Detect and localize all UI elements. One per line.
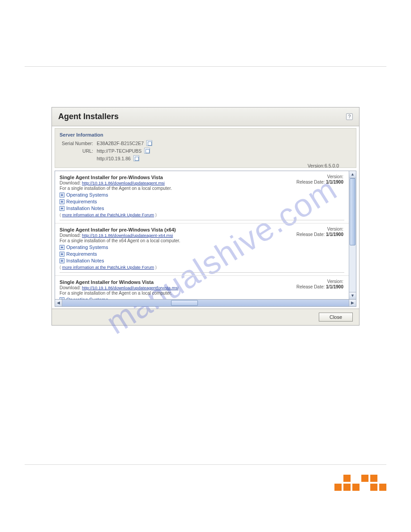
expand-label: Installation Notes xyxy=(66,206,104,211)
expand-installation-notes[interactable]: +Installation Notes xyxy=(60,258,344,263)
scroll-down-button[interactable]: ▼ xyxy=(349,292,356,299)
expand-operating-systems[interactable]: +Operating Systems xyxy=(60,192,344,197)
more-info-link[interactable]: more information at the PatchLink Update… xyxy=(62,212,154,217)
more-info: ( more information at the PatchLink Upda… xyxy=(60,212,344,217)
installer-item: Single Agent Installer for pre-Windows V… xyxy=(55,223,349,276)
scroll-up-button[interactable]: ▲ xyxy=(349,171,356,178)
installer-item: Single Agent Installer for Windows Vista… xyxy=(55,276,349,299)
copy-icon[interactable] xyxy=(144,148,150,154)
scroll-left-button[interactable]: ◀ xyxy=(55,300,62,306)
expand-label: Installation Notes xyxy=(66,258,104,263)
dialog-header: Agent Installers ? xyxy=(52,107,359,126)
plus-icon: + xyxy=(60,199,64,204)
copy-icon[interactable] xyxy=(133,155,139,161)
scroll-thumb[interactable] xyxy=(350,178,355,245)
expand-requirements[interactable]: +Requirements xyxy=(60,251,344,257)
url-value-1: http://TP-TECHPUBS xyxy=(97,148,141,154)
expand-label: Operating Systems xyxy=(66,192,108,197)
version-label: Version: xyxy=(296,227,343,232)
download-label: Download: xyxy=(60,285,81,290)
version-label: Version: xyxy=(296,174,343,180)
dialog-footer: Close xyxy=(52,309,359,325)
expand-operating-systems[interactable]: +Operating Systems xyxy=(60,297,344,299)
dialog-title: Agent Installers xyxy=(58,112,119,121)
divider xyxy=(60,220,344,220)
footer-logo xyxy=(334,475,386,491)
plus-icon: + xyxy=(60,193,64,197)
url-row-2: http://10.19.1.86 xyxy=(60,155,351,161)
expand-label: Operating Systems xyxy=(66,297,108,299)
server-version: Version:6.5.0.0 xyxy=(308,163,339,168)
installers-list: Single Agent Installer for pre-Windows V… xyxy=(55,171,349,299)
installer-item: Single Agent Installer for pre-Windows V… xyxy=(55,171,349,223)
divider-top xyxy=(25,66,386,67)
expand-installation-notes[interactable]: +Installation Notes xyxy=(60,206,344,211)
plus-icon: + xyxy=(60,258,64,263)
vertical-scrollbar[interactable]: ▲ ▼ xyxy=(349,171,356,299)
expand-operating-systems[interactable]: +Operating Systems xyxy=(60,245,344,250)
url-label: URL: xyxy=(60,148,93,154)
download-label: Download: xyxy=(60,180,81,185)
copy-icon[interactable] xyxy=(146,140,152,146)
server-information-panel: Server Information Serial Number: E38A2B… xyxy=(55,128,356,168)
release-date: 1/1/1900 xyxy=(326,232,343,237)
url-row-1: URL: http://TP-TECHPUBS xyxy=(60,148,351,154)
installer-description: For a single installation of the Agent o… xyxy=(60,291,344,296)
expand-label: Requirements xyxy=(66,199,97,204)
divider xyxy=(60,272,344,273)
help-icon[interactable]: ? xyxy=(346,113,353,120)
installer-meta: Version: Release Date: 1/1/1900 xyxy=(296,279,343,290)
download-label: Download: xyxy=(60,233,81,238)
serial-value: E38A2B2F-B215C2E7 xyxy=(97,141,144,146)
agent-installers-dialog: Agent Installers ? Server Information Se… xyxy=(51,107,360,326)
plus-icon: + xyxy=(60,206,64,211)
url-value-2: http://10.19.1.86 xyxy=(97,156,131,161)
serial-row: Serial Number: E38A2B2F-B215C2E7 xyxy=(60,140,351,146)
expand-requirements[interactable]: +Requirements xyxy=(60,199,344,204)
horizontal-scrollbar[interactable]: ◀ ▶ xyxy=(55,300,356,307)
installer-description: For a single installation of the x64 Age… xyxy=(60,238,344,243)
version-label: Version: xyxy=(296,279,343,284)
installer-description: For a single installation of the Agent o… xyxy=(60,186,344,191)
release-label: Release Date: xyxy=(296,284,325,289)
scroll-right-button[interactable]: ▶ xyxy=(349,300,356,306)
plus-icon: + xyxy=(60,297,64,300)
download-link[interactable]: http://10.19.1.86/download/updateagentfo… xyxy=(82,285,178,290)
release-label: Release Date: xyxy=(296,180,325,184)
download-link[interactable]: http://10.19.1.86/download/updateagent-x… xyxy=(82,233,173,238)
serial-label: Serial Number: xyxy=(60,141,93,146)
installer-meta: Version: Release Date: 1/1/1900 xyxy=(296,227,343,237)
version-label: Version: xyxy=(308,163,325,168)
expand-label: Operating Systems xyxy=(66,245,108,250)
installers-scroll-area: Single Agent Installer for pre-Windows V… xyxy=(55,171,356,300)
scroll-track[interactable] xyxy=(349,178,356,292)
release-date: 1/1/1900 xyxy=(326,284,343,289)
scroll-track[interactable] xyxy=(62,300,349,306)
download-link[interactable]: http://10.19.1.86/download/updateagent.m… xyxy=(82,180,165,185)
version-value: 6.5.0.0 xyxy=(325,163,339,168)
scroll-thumb[interactable] xyxy=(171,300,198,306)
plus-icon: + xyxy=(60,245,64,250)
more-info-link[interactable]: more information at the PatchLink Update… xyxy=(62,265,154,270)
installer-meta: Version: Release Date: 1/1/1900 xyxy=(296,174,343,185)
plus-icon: + xyxy=(60,252,64,257)
expand-label: Requirements xyxy=(66,251,97,257)
server-info-title: Server Information xyxy=(60,132,351,137)
release-label: Release Date: xyxy=(296,232,325,237)
close-button[interactable]: Close xyxy=(319,313,353,322)
divider-bottom xyxy=(25,464,386,465)
more-info: ( more information at the PatchLink Upda… xyxy=(60,265,344,270)
release-date: 1/1/1900 xyxy=(326,180,343,184)
